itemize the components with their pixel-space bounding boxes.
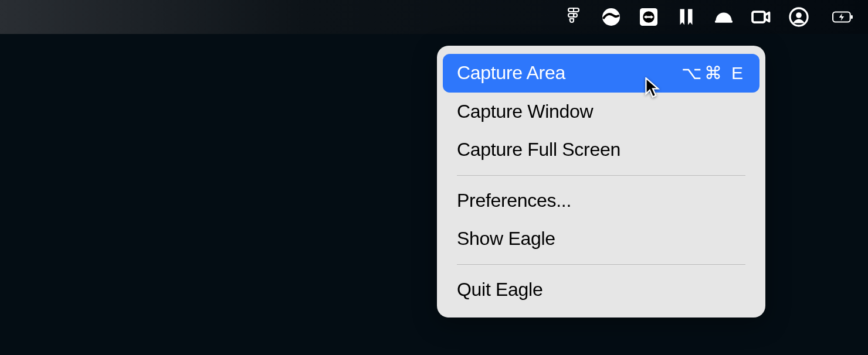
menu-item-label: Preferences...: [457, 189, 571, 213]
dropdown-menu: Capture Area ⌥⌘ E Capture Window Capture…: [437, 46, 765, 318]
menu-item-capture-window[interactable]: Capture Window: [443, 93, 760, 131]
svg-point-7: [796, 12, 802, 18]
figma-icon[interactable]: [555, 0, 592, 34]
svg-rect-3: [646, 16, 652, 18]
teamviewer-icon[interactable]: [630, 0, 667, 34]
svg-rect-9: [851, 15, 853, 19]
menu-item-label: Show Eagle: [457, 227, 555, 251]
menu-item-quit-eagle[interactable]: Quit Eagle: [443, 271, 760, 309]
menu-item-show-eagle[interactable]: Show Eagle: [443, 220, 760, 258]
menu-item-shortcut: ⌥⌘ E: [681, 62, 745, 84]
menu-item-label: Quit Eagle: [457, 278, 542, 302]
menu-separator: [457, 264, 745, 265]
menu-item-label: Capture Area: [457, 61, 565, 86]
menu-item-capture-area[interactable]: Capture Area ⌥⌘ E: [443, 54, 760, 93]
menu-separator: [457, 175, 745, 176]
menu-item-preferences[interactable]: Preferences...: [443, 182, 760, 220]
camera-icon[interactable]: [742, 0, 780, 34]
svg-rect-5: [752, 12, 765, 22]
svg-rect-4: [715, 21, 733, 23]
bookmark-icon[interactable]: [667, 0, 705, 34]
menu-item-capture-full-screen[interactable]: Capture Full Screen: [443, 131, 760, 169]
menubar: [0, 0, 868, 34]
menu-item-label: Capture Window: [457, 100, 593, 124]
menu-item-label: Capture Full Screen: [457, 138, 621, 162]
battery-icon[interactable]: [818, 0, 868, 34]
browser-icon[interactable]: [592, 0, 630, 34]
hardhat-icon[interactable]: [705, 0, 742, 34]
user-icon[interactable]: [780, 0, 818, 34]
